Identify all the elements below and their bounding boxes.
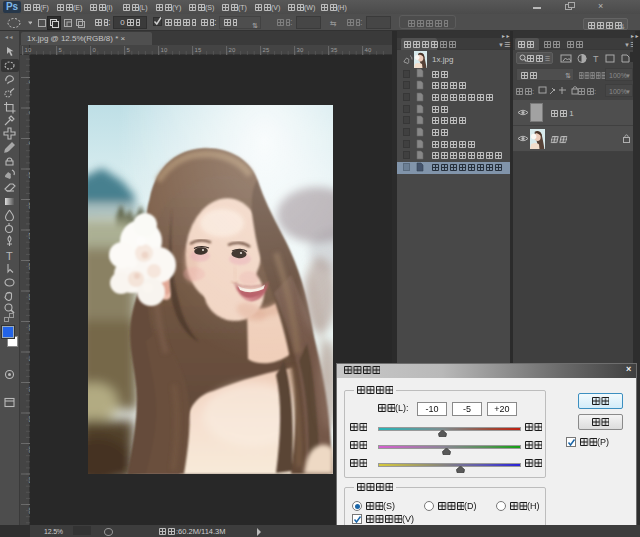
svg-text:0: 0 xyxy=(93,47,97,53)
svg-text:5: 5 xyxy=(127,47,131,53)
svg-text:5: 5 xyxy=(59,47,63,53)
svg-text:40: 40 xyxy=(365,47,372,53)
svg-text:30: 30 xyxy=(297,47,304,53)
svg-text:T: T xyxy=(593,54,599,64)
svg-text:25: 25 xyxy=(263,47,270,53)
svg-text:15: 15 xyxy=(195,47,202,53)
svg-text:35: 35 xyxy=(331,47,338,53)
svg-text:10: 10 xyxy=(161,47,168,53)
svg-text:20: 20 xyxy=(229,47,236,53)
